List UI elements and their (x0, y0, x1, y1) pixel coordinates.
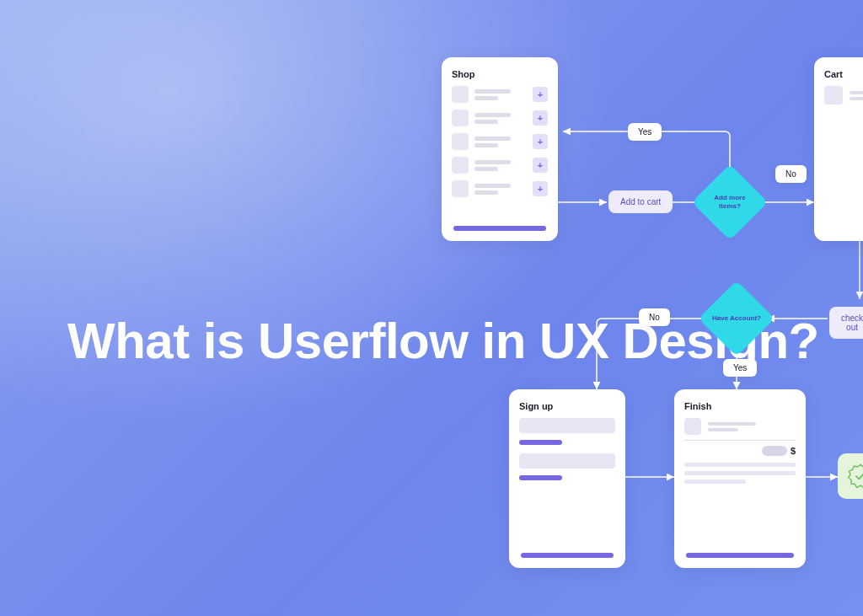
add-to-cart-node: Add to cart (608, 190, 673, 213)
have-account-decision: Have Account? (710, 292, 764, 345)
yes-label-top: Yes (628, 123, 662, 141)
signup-title: Sign up (519, 401, 615, 411)
success-badge (838, 453, 863, 499)
list-item: + (452, 133, 548, 150)
add-more-decision: Add more items? (703, 175, 757, 229)
shop-title: Shop (452, 69, 548, 79)
list-item: + (452, 86, 548, 103)
bottom-bar (686, 553, 794, 558)
no-label-mid: No (639, 308, 670, 326)
finish-title: Finish (684, 401, 796, 411)
shop-screen-card: Shop + + + + + (442, 57, 558, 241)
plus-icon: + (533, 181, 548, 196)
signup-screen-card: Sign up (509, 389, 625, 568)
checkmark-seal-icon (846, 462, 863, 490)
plus-icon: + (533, 134, 548, 149)
bottom-bar (521, 553, 614, 558)
yes-label-mid: Yes (723, 359, 757, 377)
plus-icon: + (533, 87, 548, 102)
finish-screen-card: Finish $ (674, 389, 806, 568)
plus-icon: + (533, 110, 548, 126)
checkout-node: check out (829, 307, 863, 339)
list-item: + (452, 110, 548, 126)
cart-screen-card: Cart (814, 57, 863, 241)
currency-label: $ (791, 446, 796, 456)
bottom-bar (453, 226, 546, 231)
no-label-top: No (775, 165, 807, 183)
cart-title: Cart (824, 69, 863, 79)
list-item: + (452, 180, 548, 197)
plus-icon: + (533, 158, 548, 173)
list-item: + (452, 157, 548, 174)
